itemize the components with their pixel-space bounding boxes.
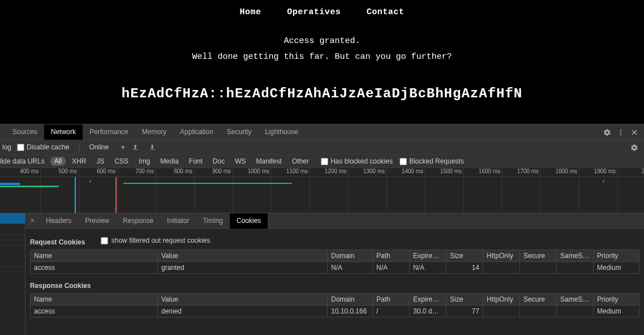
tab-security[interactable]: Security: [220, 124, 258, 140]
timeline-ruler: 400 ms500 ms600 ms700 ms800 ms900 ms1000…: [0, 168, 644, 177]
filter-xhr[interactable]: XHR: [68, 157, 90, 166]
timeline-marker: [115, 177, 117, 213]
blocked-requests-checkbox[interactable]: Blocked Requests: [393, 157, 464, 165]
blocked-cookies-text: Has blocked cookies: [330, 157, 393, 165]
col-httponly[interactable]: HttpOnly: [483, 293, 520, 305]
upload-icon[interactable]: [129, 141, 141, 153]
disable-cache-input[interactable]: [17, 144, 24, 151]
tab-lighthouse[interactable]: Lighthouse: [258, 124, 305, 140]
tab-application[interactable]: Application: [173, 124, 220, 140]
show-filtered-checkbox[interactable]: show filtered out request cookies: [101, 237, 211, 244]
close-detail-icon[interactable]: ×: [25, 217, 39, 225]
cell-domain: N/A: [328, 261, 373, 273]
timeline-dot: [89, 181, 91, 182]
timeline-tick: 1900 ms: [594, 168, 616, 174]
close-icon[interactable]: [628, 126, 641, 139]
show-filtered-text: show filtered out request cookies: [111, 237, 211, 244]
request-row[interactable]: [0, 213, 25, 224]
request-row[interactable]: [0, 235, 25, 246]
col-name[interactable]: Name: [31, 293, 158, 305]
request-row[interactable]: [0, 224, 25, 235]
timeline-tick: 1400 ms: [402, 168, 423, 174]
filter-js[interactable]: JS: [92, 157, 108, 166]
request-list[interactable]: [0, 213, 25, 335]
col-size[interactable]: Size: [446, 250, 483, 261]
filter-ws[interactable]: WS: [231, 157, 250, 166]
filter-img[interactable]: Img: [135, 157, 154, 166]
col-path[interactable]: Path: [373, 250, 410, 261]
detail-tab-response[interactable]: Response: [116, 213, 160, 229]
detail-tab-headers[interactable]: Headers: [39, 213, 78, 229]
table-row[interactable]: access denied 10.10.0.166 / 30.0 days 77…: [31, 305, 639, 317]
timeline-tick: 2000: [642, 168, 644, 174]
detail-tab-initiator[interactable]: Initiator: [160, 213, 196, 229]
cell-domain: 10.10.0.166: [328, 305, 373, 317]
tab-performance[interactable]: Performance: [83, 124, 135, 140]
timeline-tick: 1200 ms: [325, 168, 346, 174]
cell-size: 77: [446, 305, 483, 317]
detail-tab-preview[interactable]: Preview: [78, 213, 116, 229]
table-row[interactable]: access granted N/A N/A N/A 14 Medium: [31, 261, 639, 273]
timeline-tick: 1700 ms: [517, 168, 539, 174]
filter-manifest[interactable]: Manifest: [252, 157, 286, 166]
col-name[interactable]: Name: [31, 250, 158, 261]
col-priority[interactable]: Priority: [594, 250, 639, 261]
cell-secure: [520, 261, 557, 273]
tab-network[interactable]: Network: [44, 124, 83, 140]
col-httponly[interactable]: HttpOnly: [483, 250, 520, 261]
request-row[interactable]: [0, 256, 25, 267]
filter-font[interactable]: Font: [185, 157, 207, 166]
detail-tab-cookies[interactable]: Cookies: [230, 213, 268, 229]
col-samesite[interactable]: SameSite: [557, 293, 594, 305]
tab-memory[interactable]: Memory: [135, 124, 173, 140]
table-header-row: Name Value Domain Path Expires … Size Ht…: [31, 250, 639, 261]
detail-tab-timing[interactable]: Timing: [196, 213, 230, 229]
col-priority[interactable]: Priority: [594, 293, 639, 305]
nav-contact[interactable]: Contact: [367, 7, 405, 17]
gear-icon[interactable]: [628, 141, 641, 154]
col-value[interactable]: Value: [158, 293, 328, 305]
col-value[interactable]: Value: [158, 250, 328, 261]
col-expires[interactable]: Expires …: [410, 293, 446, 305]
filter-all[interactable]: All: [50, 157, 66, 166]
network-timeline[interactable]: 400 ms500 ms600 ms700 ms800 ms900 ms1000…: [0, 168, 644, 213]
request-row[interactable]: [0, 246, 25, 256]
blocked-requests-input[interactable]: [400, 158, 407, 165]
col-path[interactable]: Path: [373, 293, 410, 305]
timeline-tick: 1500 ms: [440, 168, 462, 174]
blocked-cookies-input[interactable]: [321, 158, 328, 165]
nav-home[interactable]: Home: [240, 7, 261, 17]
cell-priority: Medium: [594, 305, 639, 317]
disable-cache-checkbox[interactable]: Disable cache: [17, 143, 69, 151]
col-domain[interactable]: Domain: [328, 293, 373, 305]
gear-icon[interactable]: [601, 126, 613, 139]
filter-other[interactable]: Other: [288, 157, 313, 166]
svg-point-1: [620, 131, 621, 132]
tab-sources[interactable]: Sources: [6, 124, 44, 140]
filter-media[interactable]: Media: [156, 157, 183, 166]
cell-value: granted: [158, 261, 328, 273]
download-icon[interactable]: [146, 141, 158, 153]
cell-expires: N/A: [410, 261, 446, 273]
cookies-panel: Request Cookies show filtered out reques…: [25, 229, 644, 317]
cipher-string: hEzAdCfHzA::hEzAdCfHzAhAiJzAeIaDjBcBhHgA…: [0, 86, 644, 101]
blocked-cookies-checkbox[interactable]: Has blocked cookies: [314, 157, 393, 165]
show-filtered-input[interactable]: [101, 237, 108, 244]
request-cookies-title: Request Cookies show filtered out reques…: [30, 237, 639, 246]
nav-operatives[interactable]: Operatives: [287, 7, 341, 17]
throttling-select[interactable]: Online ▼: [83, 143, 127, 151]
col-domain[interactable]: Domain: [328, 250, 373, 261]
col-size[interactable]: Size: [446, 293, 483, 305]
cell-priority: Medium: [594, 261, 639, 273]
webpage-viewport: Home Operatives Contact Access granted. …: [0, 0, 644, 124]
filter-css[interactable]: CSS: [110, 157, 132, 166]
request-detail-pane: × Headers Preview Response Initiator Tim…: [25, 213, 644, 335]
filter-doc[interactable]: Doc: [209, 157, 229, 166]
preserve-log-label: log: [2, 143, 11, 151]
col-expires[interactable]: Expires …: [410, 250, 446, 261]
col-samesite[interactable]: SameSite: [557, 250, 594, 261]
col-secure[interactable]: Secure: [520, 250, 557, 261]
kebab-icon[interactable]: [615, 126, 627, 139]
response-cookies-title: Response Cookies: [30, 282, 639, 290]
col-secure[interactable]: Secure: [520, 293, 557, 305]
